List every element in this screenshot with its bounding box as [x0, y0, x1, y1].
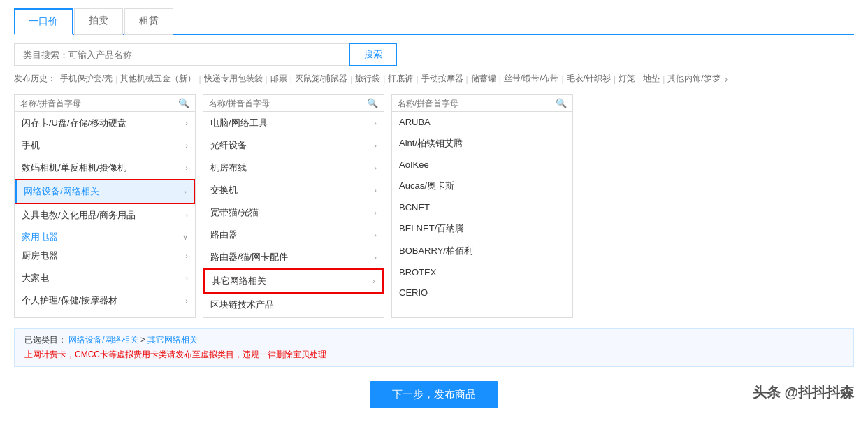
panel1-search-icon: 🔍: [178, 98, 189, 108]
panel3-item-6[interactable]: BOBARRY/柏佰利: [392, 240, 572, 262]
panel3-item-8[interactable]: CERIO: [392, 282, 572, 303]
panel3-search-bar: 🔍: [392, 95, 572, 112]
search-input[interactable]: [14, 43, 349, 66]
chevron-right-icon: ›: [185, 211, 188, 220]
panel2-search-input[interactable]: [209, 99, 364, 108]
search-bar: 搜索: [14, 43, 854, 66]
panel2-item-7[interactable]: 其它网络相关 ›: [203, 268, 384, 294]
panel1-list: 闪存卡/U盘/存储/移动硬盘 › 手机 › 数码相机/单反相机/摄像机 › 网络…: [15, 112, 195, 317]
chevron-right-icon: ›: [374, 141, 377, 150]
panel1-item-7[interactable]: 大家电 ›: [15, 267, 195, 289]
chevron-down-icon: ∨: [182, 233, 188, 242]
chevron-right-icon: ›: [185, 274, 188, 282]
chevron-right-icon: ›: [374, 119, 377, 127]
panel1-item-3[interactable]: 网络设备/网络相关 ›: [15, 179, 195, 204]
chevron-right-icon: ›: [374, 164, 377, 172]
selected-path: 已选类目： 网络设备/网络相关 > 其它网络相关: [24, 334, 844, 346]
panel1-item-0[interactable]: 闪存卡/U盘/存储/移动硬盘 ›: [15, 112, 195, 134]
category-section: 🔍 闪存卡/U盘/存储/移动硬盘 › 手机 › 数码相机/单反相机/摄像机 › …: [14, 94, 854, 318]
next-button[interactable]: 下一步，发布商品: [370, 381, 498, 408]
tab-rent[interactable]: 租赁: [124, 8, 173, 35]
chevron-right-icon: ›: [374, 208, 377, 217]
panel1-search-input[interactable]: [20, 99, 175, 108]
tab-bar: 一口价 拍卖 租赁: [14, 7, 854, 35]
category-panel-3: 🔍 ARUBA Aint/柏镁钼艾腾 AoIKee Aucas/奥卡斯 BCNE…: [391, 94, 573, 318]
panel1-group-label: 家用电器 ∨: [15, 227, 195, 245]
panel2-item-6[interactable]: 路由器/猫/网卡配件 ›: [203, 246, 384, 268]
panel2-item-2[interactable]: 机房布线 ›: [203, 157, 384, 179]
chevron-right-icon: ›: [374, 253, 377, 261]
selected-path-sep: >: [140, 335, 147, 345]
history-item[interactable]: 毛衣/针织衫: [567, 73, 611, 85]
panel3-search-icon: 🔍: [556, 98, 567, 108]
history-item[interactable]: 灭鼠笼/捕鼠器: [295, 73, 347, 85]
panel2-search-icon: 🔍: [367, 98, 378, 108]
history-item[interactable]: 地垫: [643, 73, 660, 85]
panel3-item-3[interactable]: Aucas/奥卡斯: [392, 175, 572, 197]
panel2-item-8[interactable]: 区块链技术产品: [203, 294, 384, 316]
panel3-list: ARUBA Aint/柏镁钼艾腾 AoIKee Aucas/奥卡斯 BCNET …: [392, 112, 572, 317]
action-area: 下一步，发布商品: [14, 371, 854, 408]
selected-path-link-2[interactable]: 其它网络相关: [147, 335, 198, 345]
panel3-item-4[interactable]: BCNET: [392, 197, 572, 217]
history-item[interactable]: 储蓄罐: [471, 73, 496, 85]
history-label: 发布历史：: [14, 73, 56, 85]
chevron-right-icon: ›: [184, 187, 187, 196]
chevron-right-icon: ›: [185, 296, 188, 305]
panel2-list: 电脑/网络工具 › 光纤设备 › 机房布线 › 交换机 › 宽带猫/光猫 ›: [203, 112, 384, 317]
panel3-item-0[interactable]: ARUBA: [392, 112, 572, 132]
main-container: 一口价 拍卖 租赁 搜索 发布历史： 手机保护套/壳 | 其他机械五金（新） |…: [0, 0, 868, 422]
chevron-right-icon: ›: [185, 119, 188, 127]
panel1-item-1[interactable]: 手机 ›: [15, 134, 195, 157]
panel1-search-bar: 🔍: [15, 95, 195, 112]
selected-notice-warning: 上网计费卡，CMCC卡等虚拟费用卡类请发布至虚拟类目，违规一律删除宝贝处理: [24, 349, 844, 361]
history-bar: 发布历史： 手机保护套/壳 | 其他机械五金（新） | 快递专用包装袋 | 邮票…: [14, 73, 854, 85]
selected-notice-prefix: 已选类目：: [24, 335, 66, 345]
chevron-right-icon: ›: [372, 277, 375, 285]
panel3-item-1[interactable]: Aint/柏镁钼艾腾: [392, 132, 572, 155]
panel3-item-2[interactable]: AoIKee: [392, 155, 572, 175]
history-item[interactable]: 手机保护套/壳: [60, 73, 113, 85]
category-panel-2: 🔍 电脑/网络工具 › 光纤设备 › 机房布线 › 交换机 ›: [203, 94, 384, 318]
panel3-item-5[interactable]: BELNET/百纳腾: [392, 217, 572, 240]
search-button[interactable]: 搜索: [349, 43, 397, 66]
tab-fixed[interactable]: 一口价: [14, 8, 73, 35]
history-item[interactable]: 灯笼: [619, 73, 635, 85]
panel1-item-8[interactable]: 个人护理/保健/按摩器材 ›: [15, 289, 195, 312]
panel2-item-4[interactable]: 宽带猫/光猫 ›: [203, 201, 384, 224]
chevron-right-icon: ›: [185, 164, 188, 172]
tab-auction[interactable]: 拍卖: [74, 8, 123, 35]
panel2-search-bar: 🔍: [203, 95, 384, 112]
history-next-arrow[interactable]: ›: [725, 73, 728, 85]
panel2-item-3[interactable]: 交换机 ›: [203, 179, 384, 201]
history-item[interactable]: 邮票: [270, 73, 287, 85]
chevron-right-icon: ›: [374, 186, 377, 194]
history-item[interactable]: 其他内饰/箩箩: [667, 73, 720, 85]
panel1-item-4[interactable]: 文具电教/文化用品/商务用品 ›: [15, 204, 195, 227]
history-item[interactable]: 其他机械五金（新）: [120, 73, 196, 85]
history-item[interactable]: 旅行袋: [355, 73, 380, 85]
history-item[interactable]: 快递专用包装袋: [204, 73, 263, 85]
panel3-search-input[interactable]: [398, 99, 553, 108]
selected-notice: 已选类目： 网络设备/网络相关 > 其它网络相关 上网计费卡，CMCC卡等虚拟费…: [14, 328, 854, 367]
chevron-right-icon: ›: [185, 141, 188, 150]
history-item[interactable]: 打底裤: [388, 73, 413, 85]
chevron-right-icon: ›: [185, 252, 188, 260]
history-item[interactable]: 手动按摩器: [421, 73, 463, 85]
panel2-item-1[interactable]: 光纤设备 ›: [203, 134, 384, 157]
category-panel-1: 🔍 闪存卡/U盘/存储/移动硬盘 › 手机 › 数码相机/单反相机/摄像机 › …: [14, 94, 196, 318]
chevron-right-icon: ›: [374, 231, 377, 239]
panel3-item-7[interactable]: BROTEX: [392, 262, 572, 282]
panel1-item-2[interactable]: 数码相机/单反相机/摄像机 ›: [15, 157, 195, 179]
panel1-item-6[interactable]: 厨房电器 ›: [15, 245, 195, 267]
panel2-item-0[interactable]: 电脑/网络工具 ›: [203, 112, 384, 134]
selected-path-link-1[interactable]: 网络设备/网络相关: [68, 335, 138, 345]
panel2-item-5[interactable]: 路由器 ›: [203, 224, 384, 246]
history-item[interactable]: 丝带/缎带/布带: [504, 73, 559, 85]
